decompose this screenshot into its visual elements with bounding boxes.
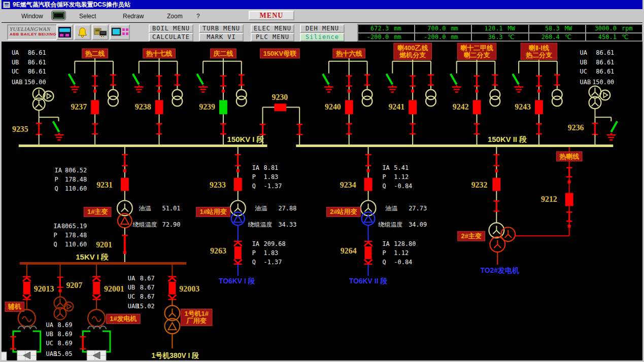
disconnect-blade-open[interactable] <box>69 74 75 85</box>
menu-item-redraw[interactable]: Redraw <box>123 13 144 20</box>
plaque-hot-la-line[interactable]: 热喇线 <box>556 152 582 161</box>
plaque-unit-aux-tx[interactable]: 1号机1#厂用变 <box>181 309 212 325</box>
disconnect-9201[interactable] <box>122 235 128 254</box>
disconnect-9243-lower[interactable] <box>536 124 542 134</box>
menu-item-help[interactable]: ? <box>196 13 200 20</box>
line-plaque-9237[interactable]: 热二线 <box>82 49 108 58</box>
breaker-9241[interactable] <box>409 100 417 114</box>
breaker-9240[interactable] <box>345 100 353 114</box>
disconnect-9240-lower[interactable] <box>346 124 352 134</box>
disconnect-blade-open[interactable] <box>197 74 203 85</box>
menu-item-zoom[interactable]: Zoom <box>167 13 183 20</box>
boil-menu-button[interactable]: BOIL MENU <box>149 24 193 33</box>
disconnect-9239-lower[interactable] <box>220 124 226 134</box>
disconnect-9239-upper[interactable] <box>220 76 226 93</box>
disconnect-9240-upper[interactable] <box>346 76 352 93</box>
deh-menu-button[interactable]: DEH MENU <box>300 24 345 33</box>
breaker-9237[interactable] <box>91 100 99 114</box>
disconnect-9239-ct[interactable] <box>239 75 245 85</box>
disconnect-9238-upper[interactable] <box>156 76 162 93</box>
plaque-main-tx1[interactable]: 1#主变 <box>84 207 111 216</box>
breaker-9243[interactable] <box>535 100 543 114</box>
disconnect-9241-lower[interactable] <box>410 124 416 134</box>
line-plaque-9241[interactable]: 喇400乙线燃机分支 <box>394 43 432 60</box>
plaque-main-tx2[interactable]: 2#主变 <box>458 231 485 241</box>
disconnect-9242-ct[interactable] <box>492 75 498 85</box>
breaker-9239[interactable] <box>219 100 227 114</box>
nav-back-button[interactable] <box>87 350 106 360</box>
disconnect-9238-lower[interactable] <box>156 124 162 134</box>
disconnect-9241-upper[interactable] <box>410 76 416 93</box>
excitation-switch[interactable] <box>80 337 86 349</box>
breaker-9232[interactable] <box>492 178 500 191</box>
printer-button[interactable] <box>92 24 109 40</box>
disconnect-9233[interactable] <box>235 155 241 172</box>
breaker-9231[interactable] <box>121 178 129 191</box>
line-plaque-9239[interactable]: 庆二线 <box>211 49 236 58</box>
disconnect-9230-right[interactable] <box>296 124 302 134</box>
breaker-9230[interactable] <box>274 103 286 111</box>
drawout-breaker-92001[interactable] <box>92 277 100 300</box>
breaker-9212[interactable] <box>565 193 573 206</box>
drawout-breaker-9264[interactable] <box>364 241 372 264</box>
disconnect-9238-ct[interactable] <box>174 75 180 85</box>
line-plaque-9238[interactable]: 热十七线 <box>143 49 176 58</box>
disconnect-9212-upper[interactable] <box>566 168 572 184</box>
elec-menu-button[interactable]: ELEC MENU <box>251 24 294 33</box>
menu-item-window[interactable]: Window <box>21 13 43 20</box>
disconnect-9230-left[interactable] <box>260 124 266 134</box>
displays-button[interactable] <box>56 24 73 40</box>
line-plaque-9242[interactable]: 喇十二甲线喇二分支 <box>457 43 496 60</box>
disconnect-9232-lv[interactable] <box>493 201 499 211</box>
disconnect-9243-ct[interactable] <box>554 75 560 85</box>
disconnect-blade-open[interactable] <box>133 74 139 85</box>
nav-back-button[interactable] <box>17 350 37 360</box>
disconnect-blade-open[interactable] <box>611 121 617 132</box>
disconnect-9237-lower[interactable] <box>92 124 98 134</box>
breaker-9238[interactable] <box>155 100 163 114</box>
drawout-breaker-92003[interactable] <box>168 277 176 300</box>
disconnect-blade-open[interactable] <box>53 121 59 132</box>
drawout-breaker-92013[interactable] <box>23 277 31 300</box>
disconnect-9241-ct[interactable] <box>428 75 434 85</box>
disconnect-9242-lower[interactable] <box>474 124 480 134</box>
plc-menu-button[interactable]: PLC MENU <box>251 33 294 42</box>
disconnect-blade-open[interactable] <box>451 74 457 85</box>
line-plaque-9243[interactable]: 喇Ⅱ-Ⅰ线热二分支 <box>521 43 557 60</box>
alarm-button[interactable] <box>74 24 91 40</box>
breaker-9242[interactable] <box>473 100 481 114</box>
disconnect-9234[interactable] <box>365 155 371 172</box>
disconnect-blade-open[interactable] <box>323 74 329 85</box>
menu-item-select[interactable]: Select <box>79 13 96 20</box>
disconnect-9212-lower[interactable] <box>566 212 572 228</box>
menu-button[interactable]: MENU <box>249 11 294 20</box>
calculate-button[interactable]: CALCULATE <box>149 33 193 42</box>
line-plaque-9230[interactable]: 150KV母联 <box>260 49 300 58</box>
disconnect-9236[interactable] <box>592 123 598 134</box>
disconnect-9207[interactable] <box>57 277 63 293</box>
breaker-9234[interactable] <box>364 178 372 191</box>
line-plaque-9240[interactable]: 热十六线 <box>333 49 365 58</box>
drawout-breaker-9263[interactable] <box>234 241 242 264</box>
disconnect-9237-ct[interactable] <box>110 75 116 85</box>
display-select-icon[interactable] <box>52 11 65 20</box>
disconnect-9235[interactable] <box>36 123 42 134</box>
disconnect-9232[interactable] <box>493 155 499 172</box>
plaque-aux-tx2[interactable]: 2#站用变 <box>326 207 360 216</box>
plaque-aux-machine[interactable]: 辅机 <box>5 302 24 312</box>
nav-back-button-partial[interactable] <box>2 352 7 360</box>
disconnect-9237-upper[interactable] <box>92 76 98 93</box>
disconnect-9243-upper[interactable] <box>536 76 542 93</box>
screen-copy-button[interactable] <box>110 24 130 40</box>
breaker-9233[interactable] <box>234 178 242 191</box>
plaque-generator-1[interactable]: 1#发电机 <box>107 314 141 323</box>
mark-vi-button[interactable]: MARK VI <box>199 33 244 42</box>
disconnect-9240-ct[interactable] <box>364 75 370 85</box>
plaque-aux-tx1[interactable]: 1#站用变 <box>196 207 230 216</box>
silence-button[interactable]: Silience <box>300 33 345 42</box>
disconnect-9242-upper[interactable] <box>474 76 480 93</box>
disconnect-blade-open[interactable] <box>513 74 519 85</box>
turb-menu-button[interactable]: TURB MENU <box>199 24 244 33</box>
excitation-switch[interactable] <box>10 337 16 349</box>
disconnect-9231[interactable] <box>122 155 128 172</box>
